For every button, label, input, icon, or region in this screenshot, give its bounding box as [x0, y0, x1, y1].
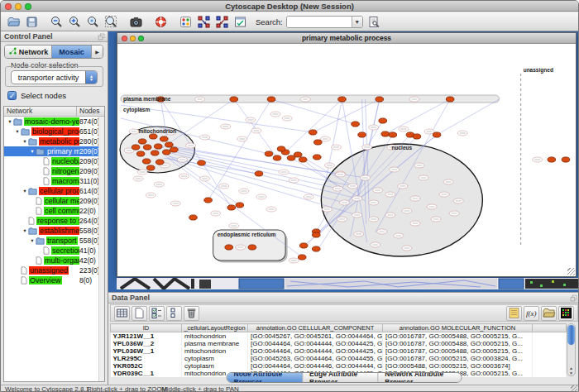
vizmapper-icon[interactable]: [177, 14, 194, 30]
table-column-header[interactable]: ID: [111, 324, 182, 332]
expression-matrix-icon[interactable]: [558, 306, 574, 321]
network-node[interactable]: [136, 151, 145, 156]
network-node[interactable]: [433, 132, 441, 137]
network-node[interactable]: [204, 198, 213, 203]
network-node[interactable]: [287, 155, 295, 160]
network-node[interactable]: [313, 140, 322, 145]
network-tree-row[interactable]: cellular metabo209(0): [4, 196, 104, 206]
network-node[interactable]: [298, 255, 306, 260]
node-color-combo[interactable]: transporter activity ▲▼: [11, 70, 98, 84]
network-node[interactable]: [389, 132, 397, 137]
table-column-header[interactable]: [533, 324, 567, 332]
network-node[interactable]: [165, 142, 174, 147]
formula-builder-icon[interactable]: f(x): [524, 306, 539, 321]
unselect-attributes-icon[interactable]: [166, 306, 182, 321]
search-dropdown-arrow-icon[interactable]: ▼: [352, 16, 362, 28]
network-tree-row[interactable]: Overview8(0): [4, 275, 104, 285]
open-attribute-file-icon[interactable]: [541, 306, 557, 321]
network-node[interactable]: [149, 134, 157, 139]
network-node[interactable]: [358, 132, 366, 137]
zoom-in-icon[interactable]: [66, 14, 83, 30]
search-input[interactable]: [287, 17, 352, 27]
network-node[interactable]: [376, 97, 384, 102]
new-attribute-icon[interactable]: [132, 306, 147, 321]
save-icon[interactable]: [23, 14, 40, 30]
table-scrollbar-thumb[interactable]: [567, 325, 575, 345]
float-panel-icon[interactable]: [98, 33, 105, 42]
snapshot-icon[interactable]: [127, 14, 144, 30]
network-node[interactable]: [548, 157, 556, 162]
tree-expander-icon[interactable]: ▼: [14, 129, 21, 134]
network-node[interactable]: [132, 145, 140, 150]
network-node[interactable]: [312, 232, 320, 237]
network-tree-row[interactable]: ▼cellular process614(0): [4, 186, 104, 196]
canvas-resize-grip[interactable]: [567, 268, 575, 275]
network-tree-row[interactable]: ▼metabolic process280(0): [4, 136, 104, 146]
network-node[interactable]: [294, 152, 302, 157]
network-node[interactable]: [352, 122, 360, 127]
network-view-titlebar[interactable]: primary metabolic process: [117, 33, 576, 44]
table-row[interactable]: YPL036W__1mitochondrion[GO:0044464, GO:0…: [111, 347, 567, 355]
open-folder-icon[interactable]: [5, 14, 22, 30]
select-nodes-checkbox[interactable]: ✓: [7, 91, 17, 100]
table-column-header[interactable]: _cellularLayoutRegion: [182, 324, 248, 332]
help-icon[interactable]: [152, 14, 169, 30]
network-node[interactable]: [236, 203, 244, 208]
layout-one-icon[interactable]: [195, 14, 212, 30]
tab-network-attribute-browser[interactable]: Network Attribute Browser: [378, 373, 461, 382]
network-node[interactable]: [299, 243, 308, 248]
network-node[interactable]: [265, 151, 273, 156]
tree-column-network[interactable]: Network: [4, 107, 77, 116]
network-node[interactable]: [413, 134, 421, 139]
import-attributes-icon[interactable]: [506, 306, 522, 321]
network-node[interactable]: [312, 246, 320, 251]
tree-expander-icon[interactable]: ▼: [22, 228, 28, 233]
tree-scrollbar[interactable]: [98, 117, 104, 381]
network-edge[interactable]: [208, 99, 271, 200]
tree-expander-icon[interactable]: ▼: [29, 238, 36, 243]
network-node[interactable]: [379, 118, 387, 123]
tab-network[interactable]: Network: [5, 45, 52, 58]
table-scrollbar-arrows[interactable]: ▲▼: [567, 366, 575, 375]
network-node[interactable]: [189, 215, 198, 220]
network-tree-row[interactable]: response to stimulu264(0): [4, 216, 104, 226]
network-edge[interactable]: [285, 99, 342, 152]
network-tree-row[interactable]: ▼establishment of lo558(0): [4, 226, 104, 236]
preferences-icon[interactable]: [232, 14, 248, 30]
network-node[interactable]: [162, 150, 170, 155]
float-panel-icon[interactable]: [570, 294, 577, 304]
network-node[interactable]: [154, 144, 162, 149]
network-tree-row[interactable]: multi-organism pro42(0): [4, 256, 104, 265]
network-edge[interactable]: [437, 99, 499, 135]
tree-expander-icon[interactable]: ▼: [7, 119, 13, 124]
tree-expander-icon[interactable]: ▼: [22, 139, 28, 144]
tree-column-nodes[interactable]: Nodes: [77, 107, 104, 116]
window-resize-grip[interactable]: [571, 385, 577, 392]
tree-expander-icon[interactable]: ▼: [22, 189, 28, 194]
network-node[interactable]: [227, 205, 236, 210]
tab-edge-attribute-browser[interactable]: Edge Attribute Browser: [303, 373, 378, 382]
table-row[interactable]: YKR052Ccytoplasm[GO:0044464, GO:0044446,…: [111, 362, 567, 370]
network-tree-row[interactable]: ▼primary metabo209(0): [4, 146, 104, 156]
network-tree-row[interactable]: nitrogen compo209(0): [4, 166, 104, 176]
network-node[interactable]: [198, 160, 206, 165]
network-node[interactable]: [225, 245, 233, 250]
zoom-fit-icon[interactable]: [103, 14, 119, 30]
network-node[interactable]: [562, 157, 570, 162]
tree-expander-icon[interactable]: ▼: [29, 149, 36, 154]
network-node[interactable]: [446, 97, 454, 102]
network-node[interactable]: [338, 97, 347, 102]
zoom-out-icon[interactable]: [48, 14, 65, 30]
network-node[interactable]: [381, 131, 390, 136]
search-go-icon[interactable]: [366, 14, 383, 30]
table-row[interactable]: YJR121W__1mitochondrion[GO:0045267, GO:0…: [111, 332, 567, 341]
network-node[interactable]: [170, 147, 179, 152]
network-tree-row[interactable]: unassigned223(0): [4, 265, 104, 275]
network-node[interactable]: [230, 97, 238, 102]
tab-mosaic[interactable]: Mosaic: [52, 45, 92, 58]
delete-attribute-icon[interactable]: [184, 306, 199, 321]
select-attributes-icon[interactable]: [149, 306, 165, 321]
network-tree-row[interactable]: cell communicat22(0): [4, 206, 104, 216]
network-node[interactable]: [313, 155, 321, 160]
network-node[interactable]: [143, 145, 151, 150]
